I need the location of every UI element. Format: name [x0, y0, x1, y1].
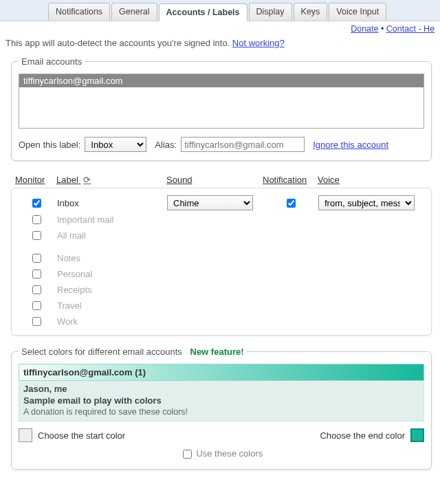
monitor-checkbox[interactable]: [32, 199, 41, 208]
use-colors-checkbox[interactable]: [183, 450, 192, 459]
labels-body: Inbox Chime from, subject, mess Importan…: [11, 188, 432, 336]
alias-label: Alias:: [155, 140, 177, 150]
monitor-checkbox[interactable]: [32, 317, 41, 326]
color-preview-body: Jason, me Sample email to play with colo…: [19, 381, 424, 421]
refresh-icon[interactable]: ⟳: [83, 175, 91, 185]
voice-select[interactable]: from, subject, mess: [318, 195, 415, 210]
label-row: Notes: [16, 250, 427, 266]
new-feature-badge: New feature!: [190, 347, 244, 357]
label-row: All mail: [16, 228, 427, 243]
label-name: Personal: [57, 269, 167, 279]
colors-legend: Select colors for different email accoun…: [21, 347, 182, 357]
preview-subject: Sample email to play with colors: [23, 395, 419, 406]
tab-bar: Notifications General Accounts / Labels …: [0, 0, 440, 21]
label-row: Receipts: [16, 282, 427, 298]
tab-notifications[interactable]: Notifications: [48, 3, 110, 21]
start-color-label: Choose the start color: [38, 430, 125, 441]
col-label[interactable]: Label: [56, 175, 78, 185]
label-row: Important mail: [16, 212, 427, 228]
labels-area: Monitor Label ⟳ Sound Notification Voice…: [11, 172, 432, 336]
monitor-checkbox[interactable]: [32, 301, 41, 310]
tab-display[interactable]: Display: [249, 3, 292, 21]
not-working-link[interactable]: Not working?: [232, 38, 285, 48]
monitor-checkbox[interactable]: [32, 285, 41, 294]
use-colors-label: Use these colors: [196, 448, 263, 459]
label-row-inbox: Inbox Chime from, subject, mess: [16, 194, 427, 212]
label-name: Notes: [57, 253, 167, 263]
top-right-links: Donate • Contact - He: [0, 21, 440, 34]
end-color-label: Choose the end color: [320, 430, 405, 441]
monitor-checkbox[interactable]: [32, 270, 41, 278]
col-monitor[interactable]: Monitor: [15, 175, 56, 185]
label-name: Important mail: [57, 215, 167, 225]
email-accounts-panel: Email accounts tiffinycarlson@gmail.com …: [11, 56, 432, 161]
colors-panel: Select colors for different email accoun…: [11, 347, 432, 470]
label-row: Personal: [16, 266, 427, 282]
description: This app will auto-detect the accounts y…: [0, 34, 440, 56]
tab-general[interactable]: General: [111, 3, 157, 21]
end-color-swatch[interactable]: [410, 428, 424, 442]
separator: •: [381, 24, 384, 34]
sound-select[interactable]: Chime: [167, 195, 253, 210]
alias-input[interactable]: [181, 137, 305, 152]
ignore-account-link[interactable]: Ignore this account: [313, 140, 388, 150]
col-sound[interactable]: Sound: [166, 175, 263, 185]
contact-link[interactable]: Contact - He: [386, 24, 434, 34]
label-name: Travel: [57, 300, 167, 311]
account-row-selected[interactable]: tiffinycarlson@gmail.com: [19, 74, 424, 87]
preview-donation-note: A donation is required to save these col…: [23, 407, 419, 417]
label-name: Receipts: [57, 285, 167, 295]
preview-from: Jason, me: [23, 384, 419, 394]
monitor-checkbox[interactable]: [32, 215, 41, 224]
email-accounts-legend: Email accounts: [21, 56, 82, 67]
monitor-checkbox[interactable]: [32, 254, 41, 263]
col-notification[interactable]: Notification: [263, 175, 318, 185]
tab-voice-input[interactable]: Voice Input: [329, 3, 386, 21]
label-row: Travel: [16, 298, 427, 314]
label-name: All mail: [57, 230, 167, 241]
label-name: Inbox: [57, 198, 167, 208]
open-label-text: Open this label:: [19, 140, 80, 150]
col-voice[interactable]: Voice: [318, 175, 421, 185]
donate-link[interactable]: Donate: [351, 24, 378, 34]
monitor-checkbox[interactable]: [32, 231, 41, 240]
labels-header-row: Monitor Label ⟳ Sound Notification Voice: [11, 172, 432, 188]
notification-checkbox[interactable]: [287, 199, 296, 208]
tab-keys[interactable]: Keys: [294, 3, 328, 21]
label-row: Work: [16, 314, 427, 329]
start-color-swatch[interactable]: [19, 428, 32, 442]
accounts-listbox[interactable]: tiffinycarlson@gmail.com: [19, 74, 424, 129]
label-name: Work: [57, 316, 167, 327]
description-text: This app will auto-detect the accounts y…: [6, 38, 232, 48]
open-label-select[interactable]: Inbox: [85, 137, 146, 152]
color-preview-header: tiffinycarlson@gmail.com (1): [19, 364, 424, 381]
tab-accounts-labels[interactable]: Accounts / Labels: [159, 3, 248, 21]
